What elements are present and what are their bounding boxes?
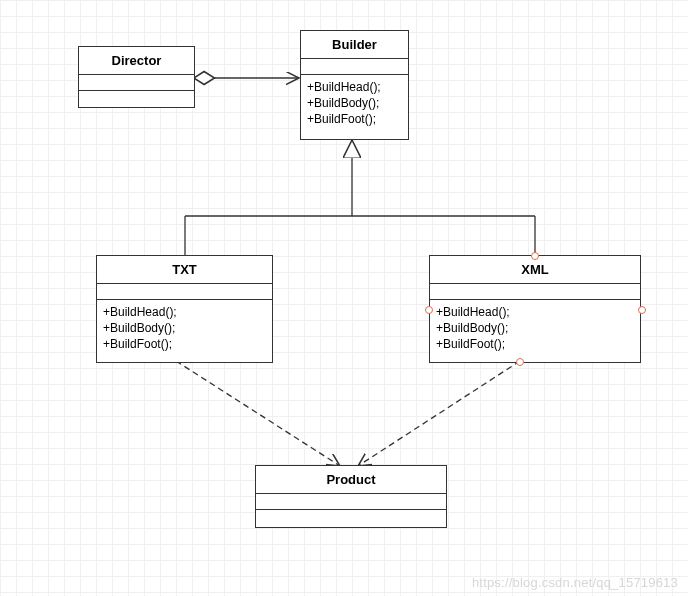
class-title: TXT: [97, 256, 272, 284]
class-title: Product: [256, 466, 446, 494]
op: +BuildHead();: [436, 304, 634, 320]
class-attrs: [430, 284, 640, 300]
selection-handle-bottom[interactable]: [516, 358, 524, 366]
class-ops: +BuildHead(); +BuildBody(); +BuildFoot()…: [430, 300, 640, 362]
op: +BuildFoot();: [436, 336, 634, 352]
watermark: https://blog.csdn.net/qq_15719613: [472, 575, 678, 590]
op: +BuildBody();: [103, 320, 266, 336]
class-ops: [79, 91, 194, 107]
rel-xml-product: [358, 361, 520, 466]
rel-txt-product: [176, 361, 340, 466]
class-attrs: [301, 59, 408, 75]
class-txt: TXT +BuildHead(); +BuildBody(); +BuildFo…: [96, 255, 273, 363]
op: +BuildFoot();: [103, 336, 266, 352]
class-xml: XML +BuildHead(); +BuildBody(); +BuildFo…: [429, 255, 641, 363]
selection-handle-top[interactable]: [531, 252, 539, 260]
class-product: Product: [255, 465, 447, 528]
class-ops: +BuildHead(); +BuildBody(); +BuildFoot()…: [301, 75, 408, 139]
selection-handle-right[interactable]: [638, 306, 646, 314]
op: +BuildFoot();: [307, 111, 402, 127]
op: +BuildHead();: [103, 304, 266, 320]
class-attrs: [97, 284, 272, 300]
class-attrs: [256, 494, 446, 510]
class-builder: Builder +BuildHead(); +BuildBody(); +Bui…: [300, 30, 409, 140]
selection-handle-left[interactable]: [425, 306, 433, 314]
class-attrs: [79, 75, 194, 91]
class-title: XML: [430, 256, 640, 284]
class-ops: +BuildHead(); +BuildBody(); +BuildFoot()…: [97, 300, 272, 362]
class-ops: [256, 510, 446, 527]
class-title: Builder: [301, 31, 408, 59]
op: +BuildHead();: [307, 79, 402, 95]
op: +BuildBody();: [307, 95, 402, 111]
op: +BuildBody();: [436, 320, 634, 336]
class-title: Director: [79, 47, 194, 75]
class-director: Director: [78, 46, 195, 108]
